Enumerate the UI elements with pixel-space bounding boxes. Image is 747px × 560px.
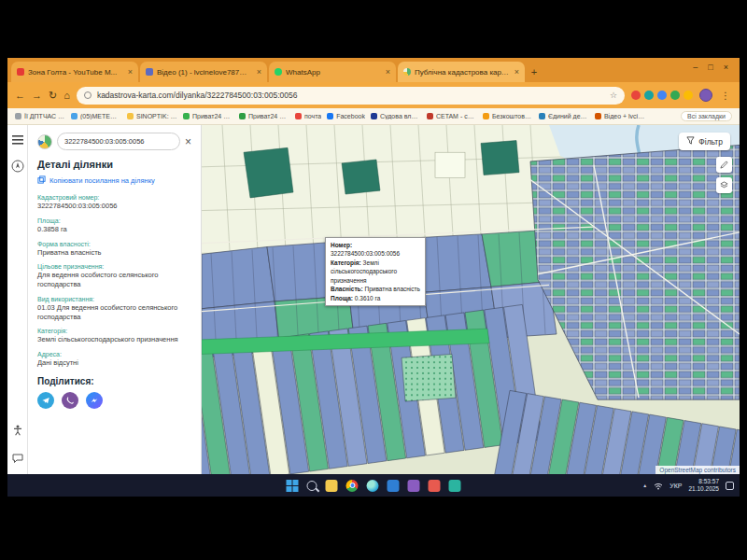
bookmark-item[interactable]: Її ДПТЧАС (132	[15, 113, 65, 119]
bookmark-item[interactable]: Судова влада Украї..	[371, 113, 421, 119]
tab-video[interactable]: Відео (1) - lvcinelove787@g... ×	[140, 62, 267, 82]
bookmark-favicon-icon	[239, 113, 246, 119]
detail-field: Адреса: Дані відсутні	[37, 351, 191, 368]
maximize-button[interactable]: □	[708, 63, 712, 72]
layers-button[interactable]	[716, 177, 732, 193]
bookmark-item[interactable]: Безкоштовні оголо..	[483, 113, 533, 119]
field-value: 0.3858 га	[37, 225, 191, 234]
cadastral-favicon-icon	[403, 68, 411, 76]
tab-label: Відео (1) - lvcinelove787@g...	[157, 68, 253, 77]
extension-icon[interactable]	[657, 91, 667, 100]
extension-icon[interactable]	[684, 91, 693, 100]
accessibility-icon[interactable]	[12, 423, 23, 440]
home-button[interactable]: ⌂	[63, 91, 70, 101]
left-tool-strip	[7, 125, 28, 474]
taskbar-search-icon[interactable]	[307, 481, 317, 491]
reload-button[interactable]: ↻	[49, 91, 57, 101]
detail-field: Форма власності: Приватна власність	[37, 241, 191, 258]
wifi-icon[interactable]	[654, 477, 663, 494]
edge-icon[interactable]	[367, 480, 379, 492]
parcel-details-panel: × Деталі ділянки Копіювати посилання на …	[28, 125, 202, 474]
field-label: Форма власності:	[37, 241, 191, 247]
clear-search-icon[interactable]: ×	[185, 136, 191, 147]
taskbar-clock[interactable]: 8:53:57 21.10.2025	[688, 478, 719, 493]
bookmark-item[interactable]: CETAM - cetam.net..	[427, 113, 477, 119]
draw-tool-button[interactable]	[716, 157, 732, 173]
bookmark-item[interactable]: Приват24 для бізне..	[183, 113, 233, 119]
telegram-share-icon[interactable]	[37, 392, 54, 409]
notification-icon[interactable]	[726, 482, 734, 490]
bookmark-favicon-icon	[327, 113, 333, 119]
bookmark-favicon-icon	[371, 113, 377, 119]
forward-button[interactable]: →	[32, 91, 42, 101]
detail-field: Кадастровий номер: 3222784500:03:005:005…	[37, 194, 191, 211]
back-button[interactable]: ←	[15, 91, 25, 101]
close-tab-icon[interactable]: ×	[386, 67, 390, 77]
close-tab-icon[interactable]: ×	[514, 67, 519, 77]
field-value: 01.03 Для ведення особистого селянського…	[37, 303, 191, 322]
bookmark-item[interactable]: (05)МЕТЕО: Погода..	[71, 113, 121, 119]
profile-avatar[interactable]	[699, 89, 712, 102]
hamburger-menu-icon[interactable]	[12, 132, 23, 148]
start-button[interactable]	[287, 480, 299, 492]
bookmarks-bar: Її ДПТЧАС (132 (05)МЕТЕО: Погода.. SINOP…	[7, 108, 740, 125]
extension-icon[interactable]	[631, 91, 641, 100]
minimize-button[interactable]: –	[693, 63, 698, 72]
share-buttons	[37, 392, 191, 409]
field-value: Приватна власність	[37, 248, 191, 258]
map-canvas[interactable]	[202, 125, 740, 474]
copy-parcel-link[interactable]: Копіювати посилання на ділянку	[37, 175, 191, 186]
all-bookmarks-button[interactable]: Всі закладки	[681, 111, 732, 121]
close-tab-icon[interactable]: ×	[257, 67, 261, 77]
address-bar[interactable]: kadastrova-karta.com/dilyanka/3222784500…	[77, 87, 625, 105]
photos-app-icon[interactable]	[388, 480, 400, 492]
filter-button[interactable]: Фільтр	[679, 133, 730, 150]
bookmark-item[interactable]: почта	[295, 113, 321, 119]
url-text: kadastrova-karta.com/dilyanka/3222784500…	[97, 91, 298, 100]
field-label: Вид використання:	[37, 296, 191, 302]
tab-label: Публічна кадастрова карта У...	[415, 68, 511, 77]
viber-share-icon[interactable]	[62, 392, 78, 409]
field-label: Кадастровий номер:	[37, 194, 191, 201]
copy-icon	[37, 175, 46, 186]
bookmark-favicon-icon	[127, 113, 134, 119]
app-icon[interactable]	[408, 480, 420, 492]
extension-icon[interactable]	[644, 91, 654, 100]
bookmark-item[interactable]: SINOPTIK: Погода в..	[127, 113, 177, 119]
map-attribution[interactable]: OpenStreetMap contributors	[655, 466, 740, 474]
tab-youtube[interactable]: Зона Голта - YouTube М... ×	[11, 62, 138, 82]
cadastre-search-input[interactable]	[57, 133, 180, 150]
bookmark-item[interactable]: Facebook	[327, 113, 365, 119]
app-icon[interactable]	[429, 480, 441, 492]
tray-chevron-icon[interactable]: ▲	[642, 483, 647, 488]
feedback-chat-icon[interactable]	[12, 451, 23, 468]
locate-compass-icon[interactable]	[11, 160, 24, 176]
site-info-icon[interactable]	[84, 91, 92, 99]
messenger-share-icon[interactable]	[86, 392, 103, 409]
detail-field: Площа: 0.3858 га	[37, 217, 191, 234]
close-window-button[interactable]: ×	[724, 63, 728, 72]
browser-toolbar: ← → ↻ ⌂ kadastrova-karta.com/dilyanka/32…	[7, 82, 740, 108]
clock-time: 8:53:57	[688, 478, 719, 485]
field-label: Площа:	[37, 217, 191, 224]
file-explorer-icon[interactable]	[326, 480, 338, 492]
bookmark-item[interactable]: Відео + lvcinelove7..	[595, 113, 645, 119]
new-tab-button[interactable]: +	[527, 64, 542, 79]
field-value: Землі сільськогосподарського призначення	[37, 335, 191, 344]
language-indicator[interactable]: УКР	[669, 483, 682, 489]
bookmark-favicon-icon	[183, 113, 190, 119]
bookmark-favicon-icon	[427, 113, 433, 119]
detail-field: Вид використання: 01.03 Для ведення особ…	[37, 296, 191, 322]
bookmark-star-icon[interactable]: ☆	[610, 91, 617, 100]
app-icon[interactable]	[449, 480, 461, 492]
cadastral-map[interactable]: Фільтр Номер: 3222784500:03:005:0056 Кат…	[202, 125, 740, 474]
tab-whatsapp[interactable]: WhatsApp ×	[269, 62, 396, 82]
bookmark-item[interactable]: Приват24 — Ваш жи..	[239, 113, 289, 119]
extension-icon[interactable]	[670, 91, 680, 100]
tab-cadastral-map[interactable]: Публічна кадастрова карта У... ×	[398, 62, 525, 82]
bookmark-item[interactable]: Єдиний державни..	[539, 113, 589, 119]
chrome-icon[interactable]	[346, 480, 359, 492]
browser-menu-icon[interactable]: ⋮	[719, 91, 732, 101]
close-tab-icon[interactable]: ×	[128, 67, 133, 77]
parcel-search-row: ×	[37, 133, 191, 150]
